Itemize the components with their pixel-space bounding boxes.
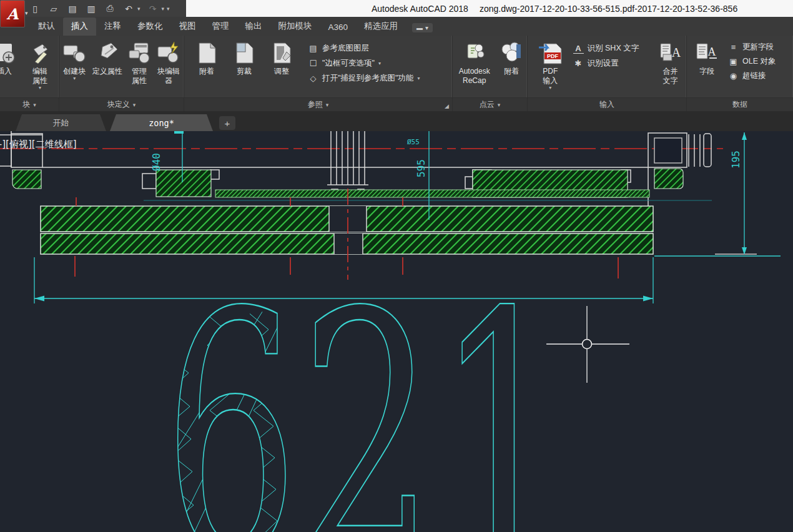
- chevron-down-icon: ▾: [326, 102, 329, 108]
- panel-import: PDF PDF输入 ▾ A 识别 SHX 文字 ✱ 识别设置 A 合并: [528, 36, 687, 111]
- adjust-button[interactable]: 调整: [264, 38, 299, 77]
- dialog-launcher-icon[interactable]: ◢: [445, 103, 449, 109]
- insert-block-button[interactable]: 插入: [0, 38, 22, 77]
- application-menu-dropdown-icon[interactable]: ▾: [25, 10, 28, 16]
- qat-customize-icon[interactable]: ▾: [167, 6, 170, 12]
- hyperlink-button[interactable]: ◉ 超链接: [728, 71, 793, 81]
- create-block-button[interactable]: 创建块 ▾: [59, 38, 89, 82]
- panel-block-definition: 创建块 ▾ 定义属性 管理属性 块编辑器: [59, 36, 184, 111]
- panel-block-footer[interactable]: 块 ▾: [0, 97, 59, 111]
- point-cloud-attach-button[interactable]: 附着: [496, 38, 527, 77]
- manage-attributes-icon: [127, 39, 152, 67]
- manage-attributes-button[interactable]: 管理属性: [125, 38, 154, 87]
- svg-text:PDF: PDF: [547, 53, 559, 59]
- file-tab-start[interactable]: 开始: [16, 114, 106, 131]
- chevron-down-icon: ▾: [417, 76, 420, 81]
- ribbon-tab-bar: 默认 插入 注释 参数化 视图 管理 输出 附加模块 A360 精选应用 ▬ ▾: [0, 17, 793, 36]
- panel-data-footer[interactable]: 数据: [687, 97, 793, 111]
- quick-access-toolbar: ▯ ▱ ▤ ▥ ⎙ ↶ ▾ ↷ ▾ ▾: [29, 0, 170, 17]
- ole-object-button[interactable]: ▣ OLE 对象: [728, 56, 793, 67]
- dimension-texts: Ø40 595 Ø55 195: [150, 138, 742, 177]
- insert-block-icon: [0, 39, 17, 67]
- tab-insert[interactable]: 插入: [63, 17, 96, 36]
- chevron-down-icon: ▾: [133, 102, 136, 108]
- dimension-195: 195: [730, 150, 742, 169]
- layers-icon: ▤: [308, 44, 318, 53]
- open-file-icon[interactable]: ▱: [47, 4, 60, 14]
- block-editor-icon: [155, 39, 182, 67]
- tab-featured-apps[interactable]: 精选应用: [356, 17, 406, 36]
- undo-icon[interactable]: ↶: [122, 4, 135, 14]
- plot-icon[interactable]: ⎙: [104, 3, 116, 14]
- field-icon: A: [694, 39, 719, 67]
- pdf-import-button[interactable]: PDF PDF输入 ▾: [531, 38, 569, 92]
- model-space[interactable]: 6: [0, 131, 793, 532]
- recognize-shx-text-button[interactable]: A 识别 SHX 文字: [573, 43, 651, 54]
- redo-icon: ↷: [147, 4, 159, 14]
- viewport-controls-label[interactable]: [-][俯视][二维线框]: [0, 139, 77, 150]
- tab-manage[interactable]: 管理: [204, 17, 237, 36]
- panel-block-definition-footer[interactable]: 块定义 ▾: [59, 97, 184, 111]
- snap-icon: ◇: [308, 74, 318, 83]
- define-attributes-button[interactable]: 定义属性: [89, 38, 125, 77]
- save-as-icon[interactable]: ▥: [85, 4, 97, 14]
- save-icon[interactable]: ▤: [66, 4, 79, 14]
- attach-button[interactable]: 附着: [189, 38, 224, 77]
- dimension-overall-621: 621: [164, 241, 573, 532]
- combine-text-button[interactable]: A 合并文字: [654, 38, 686, 87]
- svg-text:A: A: [708, 46, 716, 58]
- panel-point-cloud: Autodesk ReCap 附着 点云 ▾: [453, 36, 528, 111]
- undo-dropdown-icon[interactable]: ▾: [137, 6, 140, 12]
- autodesk-recap-button[interactable]: Autodesk ReCap: [453, 38, 496, 87]
- define-attributes-icon: [95, 39, 120, 67]
- tab-a360[interactable]: A360: [320, 19, 357, 36]
- dimension-595: 595: [415, 159, 427, 177]
- tab-view[interactable]: 视图: [171, 17, 204, 36]
- underlay-layers-button[interactable]: ▤ 参考底图图层: [308, 43, 420, 54]
- frames-option-button[interactable]: ☐ "边框可变选项" ▾: [308, 58, 420, 69]
- tab-default[interactable]: 默认: [30, 17, 63, 36]
- panel-import-footer[interactable]: 输入: [528, 97, 686, 111]
- edit-attributes-button[interactable]: 编辑属性 ▾: [22, 38, 57, 92]
- file-tab-zong[interactable]: zong*: [110, 114, 213, 131]
- drawing-canvas[interactable]: 6: [0, 131, 793, 532]
- clip-button[interactable]: 剪裁: [227, 38, 262, 77]
- panel-reference: 附着 剪裁 调整 ▤ 参考底图图层 ☐: [184, 36, 453, 111]
- ole-object-icon: ▣: [728, 57, 739, 66]
- title-bar-light-area: Autodesk AutoCAD 2018 zong.dwg-2017-12-2…: [186, 0, 793, 17]
- ribbon-display-toggle[interactable]: ▬ ▾: [412, 23, 433, 32]
- point-cloud-attach-icon: [500, 39, 523, 67]
- block-editor-button[interactable]: 块编辑器: [154, 38, 184, 87]
- tab-addins[interactable]: 附加模块: [270, 17, 320, 36]
- tab-annotate[interactable]: 注释: [96, 17, 129, 36]
- svg-text:A: A: [671, 46, 681, 59]
- tab-parametric[interactable]: 参数化: [129, 17, 171, 36]
- redo-dropdown-icon[interactable]: ▾: [162, 6, 165, 12]
- snap-to-underlays-button[interactable]: ◇ 打开"捕捉到参考底图"功能 ▾: [308, 73, 420, 84]
- new-file-icon[interactable]: ▯: [29, 4, 41, 14]
- panel-block: 插入 编辑属性 ▾ 块 ▾: [0, 36, 59, 111]
- pdf-import-icon: PDF: [536, 39, 564, 67]
- clip-icon: [233, 39, 255, 67]
- ribbon-toggle-icon: ▬: [416, 24, 423, 31]
- tab-output[interactable]: 输出: [237, 17, 270, 36]
- panel-reference-footer[interactable]: 参照 ▾ ◢: [184, 97, 452, 111]
- edit-attributes-icon: [27, 39, 52, 67]
- ribbon: 插入 编辑属性 ▾ 块 ▾ 创建块 ▾: [0, 36, 793, 111]
- update-fields-button[interactable]: ≡ 更新字段: [728, 42, 793, 52]
- chevron-down-icon: ▾: [33, 102, 36, 108]
- app-title: Autodesk AutoCAD 2018: [372, 4, 468, 14]
- dimension-dia55-partial: Ø55: [407, 138, 420, 146]
- panel-point-cloud-footer[interactable]: 点云 ▾: [453, 97, 527, 111]
- chevron-down-icon: ▾: [73, 76, 76, 81]
- chevron-down-icon: ▾: [498, 102, 501, 108]
- settings-icon: ✱: [573, 59, 584, 68]
- oversized-dimension-621: 621: [164, 241, 573, 532]
- shx-text-icon: A: [573, 44, 584, 54]
- field-button[interactable]: A 字段: [691, 38, 723, 77]
- new-drawing-tab-button[interactable]: +: [219, 116, 235, 130]
- application-menu-logo[interactable]: A: [0, 0, 25, 27]
- chevron-down-icon: ▾: [378, 61, 381, 66]
- combine-text-icon: A: [658, 39, 683, 67]
- recognition-settings-button[interactable]: ✱ 识别设置: [573, 58, 651, 69]
